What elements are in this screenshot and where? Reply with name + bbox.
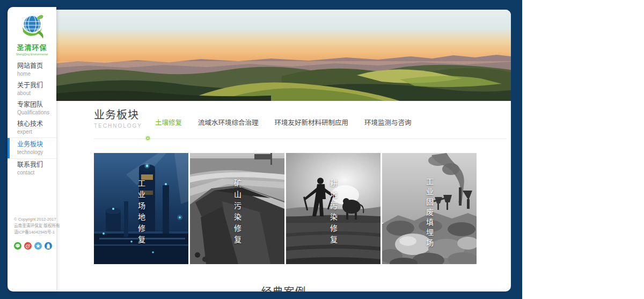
qq-icon[interactable]: [45, 242, 52, 250]
main-panel: 业务板块 TECHNOLOGY 土壤修复 流域水环境综合治理 环境友好新材料研制…: [56, 10, 511, 291]
section-title-block: 业务板块 TECHNOLOGY: [94, 108, 142, 129]
nav-label: 专家团队: [17, 101, 54, 109]
technology-tabs: 土壤修复 流域水环境综合治理 环境友好新材料研制应用 环境监测与咨询: [155, 117, 412, 129]
nav-sublabel: expert: [17, 128, 54, 135]
logo[interactable]: 圣清环保 ShengQing Environmental: [8, 7, 56, 56]
sidebar-item-about[interactable]: 关于我们 about: [8, 79, 56, 99]
sidebar-item-business[interactable]: 业务板块 technology: [8, 137, 56, 159]
brand-name: 圣清环保: [8, 42, 56, 52]
copyright-line: 云南圣清环保友 版权所有: [14, 223, 52, 229]
weibo-icon[interactable]: [24, 242, 32, 250]
business-section: 业务板块 TECHNOLOGY 土壤修复 流域水环境综合治理 环境友好新材料研制…: [56, 101, 511, 264]
globe-logo-icon: [18, 12, 47, 39]
business-cards: 工业场地修复: [94, 153, 478, 264]
wechat-icon[interactable]: [14, 242, 21, 250]
tab-watershed-treatment[interactable]: 流域水环境综合治理: [198, 117, 259, 127]
nav-label: 核心技术: [17, 120, 54, 128]
nav-sublabel: about: [17, 90, 54, 97]
sidebar-item-experts[interactable]: 专家团队 Qualifications: [8, 99, 56, 118]
sidebar-footer: © Copyright 2012-2017 云南圣清环保友 版权所有 滇ICP备…: [14, 216, 54, 250]
page-subtitle: TECHNOLOGY: [94, 123, 142, 129]
nav-sublabel: Qualifications: [17, 109, 54, 116]
card-farmland-pollution[interactable]: 耕地污染修复: [286, 153, 380, 264]
nav-sublabel: technology: [17, 149, 54, 156]
card-label: 矿山污染修复: [232, 179, 243, 247]
nav-sublabel: contact: [17, 169, 54, 176]
nav-sublabel: home: [17, 70, 54, 77]
brand-subtitle: ShengQing Environmental: [11, 53, 53, 55]
classic-cases-title: 经典案例: [56, 283, 511, 291]
sidebar-item-home[interactable]: 网站首页 home: [8, 60, 56, 79]
hero-mountain-banner: [56, 10, 511, 101]
card-mine-pollution[interactable]: 矿山污染修复: [190, 153, 284, 264]
tab-soil-remediation[interactable]: 土壤修复: [155, 117, 182, 127]
nav-label: 网站首页: [17, 62, 54, 70]
sidebar: 圣清环保 ShengQing Environmental 网站首页 home 关…: [8, 7, 56, 291]
sidebar-item-core-tech[interactable]: 核心技术 expert: [8, 118, 56, 137]
card-industrial-site[interactable]: 工业场地修复: [94, 153, 188, 264]
social-links: [14, 242, 54, 250]
card-label: 工业固废填埋场: [424, 177, 435, 249]
tab-monitoring-consulting[interactable]: 环境监测与咨询: [364, 117, 412, 127]
card-label: 耕地污染修复: [328, 179, 339, 247]
qzone-icon[interactable]: [34, 242, 42, 250]
page: 圣清环保 ShengQing Environmental 网站首页 home 关…: [0, 0, 644, 299]
nav-label: 关于我们: [17, 82, 54, 90]
icp-number: 滇ICP备14042945号-1: [14, 229, 52, 235]
copyright-line: © Copyright 2012-2017: [14, 216, 52, 222]
card-industrial-landfill[interactable]: 工业固废填埋场: [382, 153, 477, 264]
page-title: 业务板块: [94, 108, 142, 121]
sidebar-nav: 网站首页 home 关于我们 about 专家团队 Qualifications…: [8, 60, 56, 178]
active-tab-dot-indicator: [146, 136, 150, 140]
tab-eco-materials[interactable]: 环境友好新材料研制应用: [275, 117, 349, 127]
nav-label: 业务板块: [17, 141, 54, 149]
sidebar-item-contact[interactable]: 联系我们 contact: [8, 159, 56, 178]
active-indicator-bar: [8, 138, 10, 158]
nav-label: 联系我们: [17, 161, 54, 169]
card-label: 工业场地修复: [136, 179, 147, 247]
tab-divider-line: [94, 138, 507, 139]
